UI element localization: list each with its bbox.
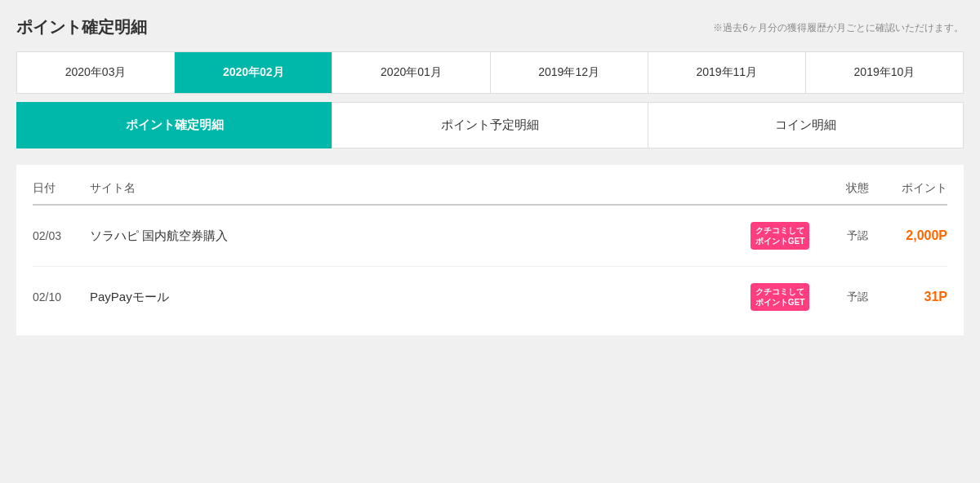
table-rows: 02/03 ソラハピ 国内航空券購入 クチコミして ポイントGET 予認 2,0… (33, 206, 947, 327)
table-area: 日付 サイト名 状態 ポイント 02/03 ソラハピ 国内航空券購入 クチコミし… (16, 165, 964, 335)
page-title: ポイント確定明細 (16, 16, 147, 38)
row-date-1: 02/10 (33, 290, 90, 304)
month-tab-2019-10[interactable]: 2019年10月 (806, 52, 963, 93)
row-site-1: PayPayモール (90, 290, 727, 305)
month-tab-2020-01[interactable]: 2020年01月 (332, 52, 490, 93)
month-tabs: 2020年03月2020年02月2020年01月2019年12月2019年11月… (16, 51, 964, 94)
kuchikomi-badge-0[interactable]: クチコミして ポイントGET (751, 222, 810, 250)
kuchikomi-badge-1[interactable]: クチコミして ポイントGET (751, 283, 810, 311)
row-status-1: 予認 (833, 290, 882, 304)
sub-tab-scheduled[interactable]: ポイント予定明細 (332, 102, 647, 148)
sub-tab-coins[interactable]: コイン明細 (648, 102, 964, 148)
sub-tab-confirmed[interactable]: ポイント確定明細 (16, 102, 332, 148)
month-tab-2020-02[interactable]: 2020年02月 (175, 52, 332, 93)
row-points-0: 2,000P (882, 228, 947, 243)
month-tab-2019-11[interactable]: 2019年11月 (648, 52, 806, 93)
row-date-0: 02/03 (33, 229, 90, 242)
month-tab-2019-12[interactable]: 2019年12月 (491, 52, 648, 93)
header-date: 日付 (33, 181, 90, 196)
row-site-0: ソラハピ 国内航空券購入 (90, 228, 727, 244)
header-site: サイト名 (90, 181, 727, 196)
row-status-0: 予認 (833, 228, 882, 243)
month-tab-2020-03[interactable]: 2020年03月 (17, 52, 175, 93)
table-row: 02/10 PayPayモール クチコミして ポイントGET 予認 31P (33, 267, 947, 327)
header-status: 状態 (833, 181, 882, 196)
sub-tabs: ポイント確定明細ポイント予定明細コイン明細 (16, 102, 964, 148)
header-points: ポイント (882, 181, 947, 196)
table-header: 日付 サイト名 状態 ポイント (33, 173, 947, 206)
page-wrapper: ポイント確定明細 ※過去6ヶ月分の獲得履歴が月ごとに確認いただけます。 2020… (0, 0, 980, 352)
row-badge-0[interactable]: クチコミして ポイントGET (727, 222, 833, 250)
row-points-1: 31P (882, 290, 947, 304)
note-text: ※過去6ヶ月分の獲得履歴が月ごとに確認いただけます。 (713, 21, 964, 35)
row-badge-1[interactable]: クチコミして ポイントGET (727, 283, 833, 311)
table-row: 02/03 ソラハピ 国内航空券購入 クチコミして ポイントGET 予認 2,0… (33, 206, 947, 267)
